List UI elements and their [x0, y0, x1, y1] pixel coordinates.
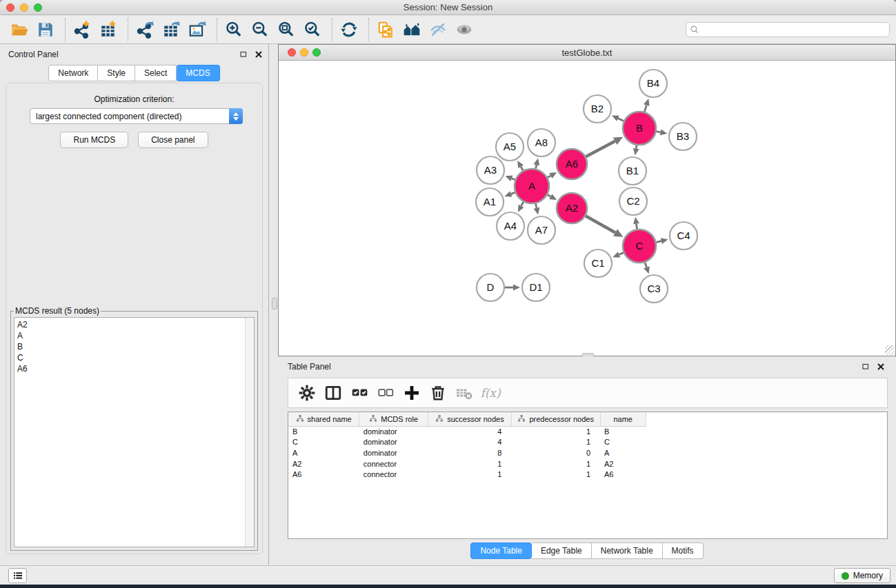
cell-predecessor-nodes[interactable]: 0 — [511, 447, 600, 458]
column-header-predecessor-nodes[interactable]: predecessor nodes — [511, 412, 600, 426]
cell-predecessor-nodes[interactable]: 1 — [511, 426, 600, 437]
import-table-icon[interactable] — [97, 18, 120, 41]
edge-A-A6[interactable] — [548, 172, 557, 179]
edge-A-A5[interactable] — [517, 161, 524, 170]
cell-successor-nodes[interactable]: 1 — [428, 469, 512, 480]
edge-C-C4[interactable] — [656, 238, 668, 244]
task-history-button[interactable] — [8, 568, 27, 583]
show-all-icon[interactable] — [452, 18, 476, 41]
edge-B-B1[interactable] — [633, 145, 639, 156]
vertical-splitter-grip[interactable] — [272, 298, 277, 310]
float-panel-icon[interactable] — [239, 49, 248, 61]
node-A4[interactable]: A4 — [497, 212, 524, 240]
edge-C-C3[interactable] — [644, 263, 650, 274]
network-canvas[interactable]: B4B2BB3A5A8A6B1A3AC2A1A2A4A7C4CC1C3DD1 — [279, 61, 895, 356]
node-B4[interactable]: B4 — [639, 70, 667, 97]
mcds-result-item[interactable]: A2 — [17, 319, 254, 330]
column-header-shared-name[interactable]: shared name — [288, 412, 359, 426]
cell-predecessor-nodes[interactable]: 1 — [511, 469, 600, 480]
node-A[interactable]: A — [515, 169, 549, 203]
edge-C-C2[interactable] — [633, 217, 639, 229]
node-C1[interactable]: C1 — [584, 250, 612, 277]
export-network-icon[interactable] — [133, 18, 157, 41]
cell-MCDS-role[interactable]: dominator — [359, 437, 428, 448]
cell-MCDS-role[interactable]: dominator — [359, 426, 428, 437]
tab-select[interactable]: Select — [135, 65, 177, 81]
edge-A-A4[interactable] — [518, 202, 524, 212]
node-B1[interactable]: B1 — [619, 157, 646, 185]
cell-name[interactable]: A2 — [600, 458, 646, 469]
columns-icon[interactable] — [320, 381, 346, 405]
zoom-out-icon[interactable] — [248, 18, 272, 41]
node-B3[interactable]: B3 — [669, 123, 697, 150]
node-B[interactable]: B — [623, 112, 656, 145]
edge-B-B3[interactable] — [657, 129, 668, 135]
hide-selected-icon[interactable] — [426, 18, 450, 41]
edge-A2-C[interactable] — [586, 216, 623, 237]
cell-shared-name[interactable]: A — [288, 447, 359, 458]
column-header-name[interactable]: name — [600, 412, 646, 426]
cell-successor-nodes[interactable]: 1 — [428, 458, 512, 469]
run-mcds-button[interactable]: Run MCDS — [60, 132, 128, 148]
cell-shared-name[interactable]: A2 — [288, 458, 359, 469]
column-header-successor-nodes[interactable]: successor nodes — [428, 412, 512, 426]
node-A3[interactable]: A3 — [477, 156, 504, 184]
refresh-icon[interactable] — [337, 18, 361, 41]
node-A2[interactable]: A2 — [557, 193, 587, 223]
mcds-list-scrollbar[interactable] — [245, 318, 254, 547]
table-row[interactable]: Cdominator41C — [288, 437, 887, 448]
cell-shared-name[interactable]: C — [288, 437, 359, 448]
edge-A6-B[interactable] — [586, 137, 623, 157]
tab-node-table[interactable]: Node Table — [470, 543, 532, 559]
node-D[interactable]: D — [477, 274, 504, 301]
tab-motifs[interactable]: Motifs — [663, 543, 704, 559]
resize-grip-icon[interactable] — [885, 345, 895, 355]
table-row[interactable]: Bdominator41B — [288, 426, 887, 437]
column-header-MCDS-role[interactable]: MCDS role — [359, 412, 428, 426]
zoom-fit-icon[interactable] — [275, 18, 298, 41]
node-A6[interactable]: A6 — [557, 149, 587, 179]
cell-name[interactable]: A6 — [600, 469, 646, 480]
node-B2[interactable]: B2 — [584, 95, 611, 123]
select-all-icon[interactable] — [346, 381, 372, 405]
edge-A-A2[interactable] — [548, 194, 557, 200]
cell-predecessor-nodes[interactable]: 1 — [511, 437, 600, 448]
memory-button[interactable]: Memory — [834, 568, 890, 583]
cell-name[interactable]: A — [600, 447, 646, 458]
zoom-in-icon[interactable] — [222, 18, 246, 41]
node-A8[interactable]: A8 — [528, 129, 555, 156]
tab-style[interactable]: Style — [98, 65, 135, 81]
zoom-selected-icon[interactable] — [301, 18, 324, 41]
edge-D-D1[interactable] — [505, 285, 520, 291]
mcds-result-item[interactable]: C — [17, 352, 254, 363]
cell-successor-nodes[interactable]: 4 — [428, 437, 512, 448]
edge-A-A1[interactable] — [505, 191, 515, 196]
open-file-icon[interactable] — [8, 18, 31, 41]
node-A1[interactable]: A1 — [476, 188, 504, 216]
export-image-icon[interactable] — [186, 18, 209, 41]
close-panel-icon[interactable] — [255, 49, 263, 61]
float-table-panel-icon[interactable] — [862, 361, 870, 374]
table-settings-icon[interactable] — [294, 381, 320, 405]
cell-shared-name[interactable]: B — [288, 426, 359, 437]
add-row-icon[interactable] — [399, 381, 425, 405]
tab-edge-table[interactable]: Edge Table — [532, 543, 592, 559]
delete-row-icon[interactable] — [425, 381, 451, 405]
table-row[interactable]: A6connector11A6 — [288, 469, 887, 480]
mcds-result-item[interactable]: A — [17, 330, 254, 341]
tab-network[interactable]: Network — [48, 65, 98, 81]
node-A7[interactable]: A7 — [528, 216, 555, 244]
node-D1[interactable]: D1 — [522, 274, 550, 301]
cell-shared-name[interactable]: A6 — [288, 469, 359, 480]
deselect-all-icon[interactable] — [372, 381, 399, 405]
cell-successor-nodes[interactable]: 8 — [428, 447, 512, 458]
edge-A-A7[interactable] — [534, 203, 540, 214]
node-C[interactable]: C — [623, 230, 656, 263]
mcds-result-item[interactable]: A6 — [17, 363, 254, 374]
node-A5[interactable]: A5 — [496, 133, 524, 161]
import-network-icon[interactable] — [70, 18, 94, 41]
edge-B-B4[interactable] — [644, 99, 650, 112]
edge-A-A3[interactable] — [505, 176, 515, 181]
cell-MCDS-role[interactable]: connector — [359, 458, 428, 469]
cell-name[interactable]: C — [600, 437, 646, 448]
